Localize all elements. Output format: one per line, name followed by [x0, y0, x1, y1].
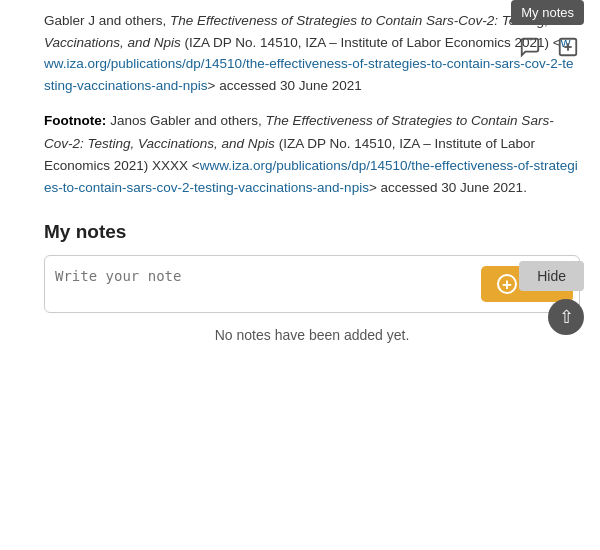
footnote-text: Janos Gabler and others, The Effectivene… [44, 113, 578, 195]
notes-input[interactable] [55, 262, 473, 306]
citation-authors: Gabler J and others, [44, 13, 166, 28]
add-note-icon-button[interactable] [552, 31, 584, 63]
scroll-top-icon: ⇧ [559, 306, 574, 328]
my-notes-section: My notes + Save No notes have been added… [44, 221, 580, 343]
bottom-right-panel: Hide ⇧ [519, 261, 584, 335]
comment-icon-button[interactable] [514, 31, 546, 63]
footnote-label: Footnote: [44, 113, 106, 128]
scroll-to-top-button[interactable]: ⇧ [548, 299, 584, 335]
no-notes-text: No notes have been added yet. [44, 327, 580, 343]
add-note-icon [557, 36, 579, 58]
notes-input-container: + Save [44, 255, 580, 313]
citation-meta: (IZA DP No. 14510, IZA – Institute of La… [185, 35, 561, 50]
footnote-authors: Janos Gabler and others, [110, 113, 262, 128]
citation-block: Gabler J and others, The Effectiveness o… [44, 10, 580, 96]
citation-accessed: > accessed 30 June 2021 [208, 78, 362, 93]
comment-icon [519, 36, 541, 58]
footnote-section: Footnote: Janos Gabler and others, The E… [44, 110, 580, 199]
hide-button[interactable]: Hide [519, 261, 584, 291]
top-right-panel: My notes [511, 0, 584, 63]
icon-row [514, 31, 584, 63]
save-plus-icon: + [497, 274, 517, 294]
my-notes-section-title: My notes [44, 221, 580, 243]
footnote-accessed: > accessed 30 June 2021. [369, 180, 527, 195]
my-notes-tooltip: My notes [511, 0, 584, 25]
